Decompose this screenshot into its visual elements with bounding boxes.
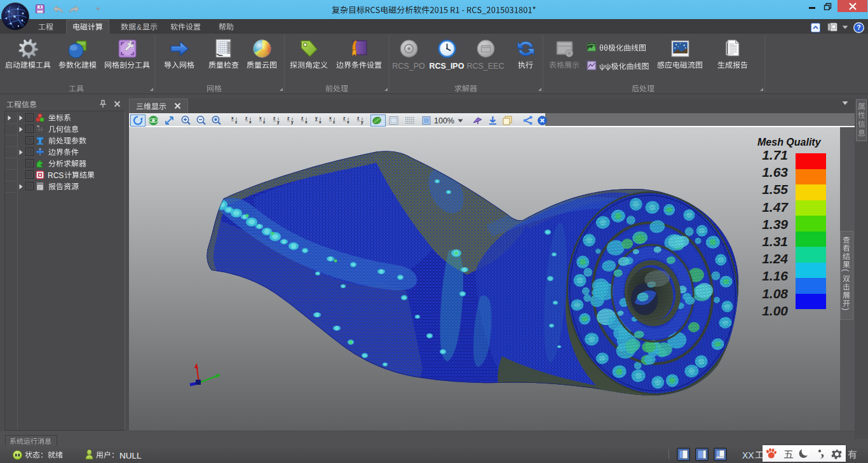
svg-text:z: z	[273, 116, 276, 120]
svg-text:x: x	[347, 120, 349, 124]
svg-text:z: z	[301, 116, 304, 120]
svg-text:z: z	[287, 116, 290, 120]
svg-text:x: x	[231, 116, 234, 120]
svg-text:y: y	[277, 120, 280, 125]
svg-text:z: z	[235, 120, 238, 124]
svg-text:x: x	[249, 120, 252, 124]
svg-text:z: z	[263, 120, 266, 124]
svg-text:x: x	[319, 120, 322, 124]
svg-text:z: z	[357, 116, 360, 120]
svg-text:z: z	[333, 120, 336, 124]
svg-text:y: y	[291, 120, 294, 125]
svg-text:x: x	[329, 116, 332, 120]
svg-text:y: y	[361, 120, 363, 125]
svg-text:z: z	[245, 116, 248, 120]
svg-text:x: x	[305, 120, 308, 124]
svg-text:z: z	[343, 116, 346, 120]
svg-text:y: y	[315, 116, 318, 121]
svg-text:?: ?	[857, 24, 860, 31]
svg-text:x: x	[259, 116, 262, 120]
